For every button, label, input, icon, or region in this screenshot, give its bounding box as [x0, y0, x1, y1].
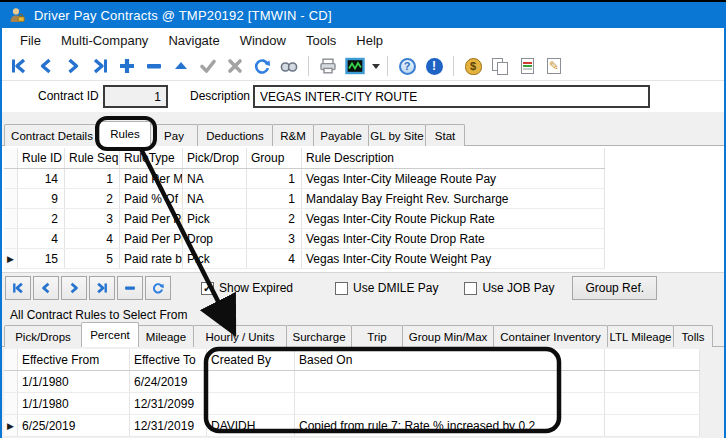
row-selector-cell[interactable]: [4, 229, 18, 248]
add-record-icon[interactable]: [115, 54, 139, 78]
cell-rule-description: Vegas Inter-City Route Weight Pay: [302, 249, 605, 268]
monitor-view-icon[interactable]: [343, 54, 367, 78]
description-field[interactable]: [253, 85, 650, 108]
edit-notes-icon[interactable]: ✎: [542, 54, 566, 78]
col-effective-from[interactable]: Effective From: [18, 349, 130, 370]
cell-rule-type: Paid Per Mile: [120, 169, 183, 188]
cell-pick-drop: NA: [183, 169, 247, 188]
tab-rm[interactable]: R&M: [272, 124, 314, 146]
mini-previous-record-icon[interactable]: [33, 276, 59, 300]
refresh-icon[interactable]: [250, 54, 274, 78]
row-selector-cell[interactable]: ▶: [4, 415, 18, 436]
cancel-x-icon[interactable]: [223, 54, 247, 78]
first-record-icon[interactable]: [7, 54, 31, 78]
row-selector-cell[interactable]: [4, 393, 18, 414]
tab-percent[interactable]: Percent: [81, 322, 139, 347]
contract-id-field[interactable]: [103, 85, 168, 108]
tab-group-min-max[interactable]: Group Min/Max: [402, 325, 494, 347]
menu-navigate[interactable]: Navigate: [158, 30, 229, 51]
menu-bar: File Multi-Company Navigate Window Tools…: [2, 28, 724, 52]
collapse-icon[interactable]: [169, 54, 193, 78]
use-dmile-checkbox[interactable]: [335, 282, 348, 295]
menu-tools[interactable]: Tools: [296, 30, 346, 51]
row-selector-cell[interactable]: [4, 209, 18, 228]
cell-group: 2: [247, 209, 302, 228]
tab-surcharge[interactable]: Surcharge: [286, 325, 352, 347]
mini-first-record-icon[interactable]: [5, 276, 31, 300]
mini-refresh-icon[interactable]: [145, 276, 171, 300]
col-created-by[interactable]: Created By: [207, 349, 295, 370]
help-icon[interactable]: ?: [395, 54, 419, 78]
col-effective-to[interactable]: Effective To: [130, 349, 207, 370]
col-rule-description[interactable]: Rule Description: [302, 148, 605, 168]
title-bar[interactable]: Driver Pay Contracts @ TMP20192 [TMWIN -…: [0, 2, 726, 28]
next-record-icon[interactable]: [61, 54, 85, 78]
show-expired-checkbox-group[interactable]: ✓ Show Expired: [201, 281, 293, 295]
row-selector-cell[interactable]: [4, 189, 18, 208]
tab-ltl-mileage[interactable]: LTL Mileage: [607, 325, 674, 347]
tab-deductions[interactable]: Deductions: [197, 124, 273, 146]
tab-rules[interactable]: Rules: [99, 121, 151, 146]
menu-multi-company[interactable]: Multi-Company: [51, 30, 158, 51]
row-selector-cell[interactable]: [4, 371, 18, 392]
col-rule-id[interactable]: Rule ID: [18, 148, 65, 168]
tab-contract-details[interactable]: Contract Details: [4, 124, 100, 146]
col-rule-type[interactable]: RuleType: [120, 148, 183, 168]
tab-mileage[interactable]: Mileage: [138, 325, 194, 347]
cell-based-on: [295, 393, 605, 414]
menu-help[interactable]: Help: [346, 30, 393, 51]
table-row[interactable]: 1/1/1980 12/31/2099: [4, 393, 700, 415]
show-expired-checkbox[interactable]: ✓: [201, 282, 214, 295]
row-selector-cell[interactable]: ▶: [4, 249, 18, 268]
rules-table-header: Rule ID Rule Seq RuleType Pick/Drop Grou…: [4, 148, 605, 169]
col-rule-seq[interactable]: Rule Seq: [65, 148, 120, 168]
group-ref-button[interactable]: Group Ref.: [572, 276, 657, 300]
cell-rule-description: Vegas Inter-City Route Pickup Rate: [302, 209, 605, 228]
table-row[interactable]: 4 4 Paid Per Pick Drop 3 Vegas Inter-Cit…: [4, 229, 605, 249]
pay-moneybag-icon[interactable]: $: [461, 54, 485, 78]
mini-next-record-icon[interactable]: [61, 276, 87, 300]
rules-control-band: ✓ Show Expired Use DMILE Pay Use JOB Pay…: [2, 272, 724, 303]
tab-trip[interactable]: Trip: [351, 325, 403, 347]
tab-payable[interactable]: Payable: [313, 124, 369, 146]
cell-based-on: Copied from rule 7; Rate % increased by …: [295, 415, 605, 436]
copy-icon[interactable]: [488, 54, 512, 78]
tab-tolls[interactable]: Tolls: [673, 325, 713, 347]
cell-rule-type: Paid Per Pick: [120, 229, 183, 248]
report-form-icon[interactable]: [515, 54, 539, 78]
monitor-dropdown-icon[interactable]: [372, 64, 380, 69]
delete-record-icon[interactable]: [142, 54, 166, 78]
effective-dates-table: Effective From Effective To Created By B…: [4, 349, 700, 437]
col-group[interactable]: Group: [247, 148, 302, 168]
use-job-checkbox[interactable]: [464, 282, 477, 295]
table-row[interactable]: ▶ 15 5 Paid rate by l Pick 4 Vegas Inter…: [4, 249, 605, 269]
use-job-label: Use JOB Pay: [482, 281, 554, 295]
table-row[interactable]: 9 2 Paid % Of Re NA 1 Mandalay Bay Freig…: [4, 189, 605, 209]
table-row[interactable]: ▶ 6/25/2019 12/31/2019 DAVIDH Copied fro…: [4, 415, 700, 437]
about-alert-icon[interactable]: !: [422, 54, 446, 78]
col-pick-drop[interactable]: Pick/Drop: [183, 148, 247, 168]
menu-window[interactable]: Window: [230, 30, 296, 51]
save-check-icon[interactable]: [196, 54, 220, 78]
use-job-checkbox-group[interactable]: Use JOB Pay: [464, 281, 554, 295]
mini-delete-icon[interactable]: [117, 276, 143, 300]
mini-last-record-icon[interactable]: [89, 276, 115, 300]
find-binoculars-icon[interactable]: [277, 54, 301, 78]
previous-record-icon[interactable]: [34, 54, 58, 78]
cell-group: 4: [247, 249, 302, 268]
table-row[interactable]: 2 3 Paid Per Pick Pick 2 Vegas Inter-Cit…: [4, 209, 605, 229]
menu-file[interactable]: File: [10, 30, 51, 51]
tab-gl-by-site[interactable]: GL by Site: [368, 124, 426, 146]
print-icon[interactable]: [316, 54, 340, 78]
row-selector-cell[interactable]: [4, 169, 18, 188]
last-record-icon[interactable]: [88, 54, 112, 78]
table-row[interactable]: 1/1/1980 6/24/2019: [4, 371, 700, 393]
tab-container-inventory[interactable]: Container Inventory: [493, 325, 608, 347]
use-dmile-checkbox-group[interactable]: Use DMILE Pay: [335, 281, 438, 295]
col-based-on[interactable]: Based On: [295, 349, 605, 370]
tab-hourly-units[interactable]: Hourly / Units: [193, 325, 287, 347]
tab-pick-drops[interactable]: Pick/Drops: [4, 325, 82, 347]
tab-stat[interactable]: Stat: [425, 124, 465, 146]
table-row[interactable]: 14 1 Paid Per Mile NA 1 Vegas Inter-City…: [4, 169, 605, 189]
tab-pay[interactable]: Pay: [150, 124, 198, 146]
